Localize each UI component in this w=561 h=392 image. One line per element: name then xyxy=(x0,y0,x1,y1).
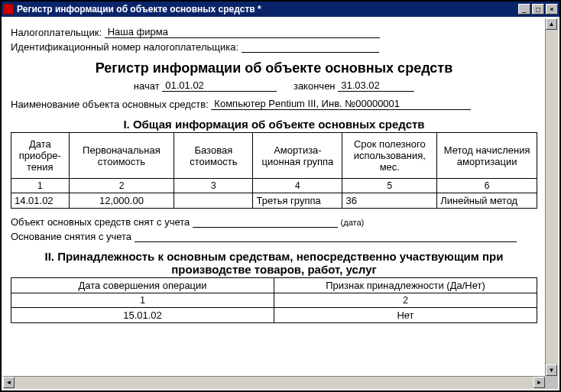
deregister-hint: (дата) xyxy=(341,218,365,227)
s1-n6: 6 xyxy=(437,179,537,193)
client-area: Налогоплательщик: Наша фирма Идентификац… xyxy=(3,18,558,389)
s2-n2: 2 xyxy=(274,293,537,308)
s1-h2: Первоначальная стоимость xyxy=(69,133,174,179)
s1-d4[interactable]: Третья группа xyxy=(253,193,342,209)
app-window: Регистр информации об объекте основных с… xyxy=(0,0,561,392)
asset-name-row: Наименование объекта основных средств: К… xyxy=(11,98,537,110)
maximize-button[interactable]: □ xyxy=(532,4,544,15)
taxpayer-id-label: Идентификационный номер налогоплательщик… xyxy=(11,41,238,53)
titlebar: Регистр информации об объекте основных с… xyxy=(2,2,559,17)
horizontal-scrollbar[interactable]: ◄ ► xyxy=(3,376,545,389)
section2-title: II. Принадлежность к основным средствам,… xyxy=(11,250,537,276)
scroll-up-button[interactable]: ▲ xyxy=(546,18,557,30)
scroll-corner xyxy=(545,376,558,389)
scroll-left-button[interactable]: ◄ xyxy=(3,377,15,388)
s1-n4: 4 xyxy=(253,179,342,193)
scroll-down-button[interactable]: ▼ xyxy=(546,364,557,376)
deregister-label: Объект основных средств снят с учета xyxy=(11,216,190,228)
deregister-row: Объект основных средств снят с учета (да… xyxy=(11,216,537,228)
basis-value[interactable] xyxy=(135,232,517,242)
asset-name-value[interactable]: Компьютер Pentium III, Инв. №00000001 xyxy=(211,98,471,110)
s1-n1: 1 xyxy=(11,179,70,193)
asset-name-label: Наименование объекта основных средств: xyxy=(11,99,209,110)
minimize-button[interactable]: _ xyxy=(518,4,530,15)
s2-d2[interactable]: Нет xyxy=(274,308,537,323)
section2-table: Дата совершения операции Признак принадл… xyxy=(11,277,537,323)
s1-n2: 2 xyxy=(69,179,174,193)
section1-title: I. Общая информация об объекте основных … xyxy=(11,118,537,131)
s1-h4: Амортиза-ционная группа xyxy=(253,133,342,179)
s1-n5: 5 xyxy=(342,179,437,193)
window-title: Регистр информации об объекте основных с… xyxy=(17,4,517,15)
basis-label: Основание снятия с учета xyxy=(11,231,131,242)
s1-h5: Срок полезного использования, мес. xyxy=(342,133,437,179)
vertical-scrollbar[interactable]: ▲ ▼ xyxy=(545,18,558,376)
s2-n1: 1 xyxy=(11,293,274,308)
s1-h1: Дата приобре-тения xyxy=(11,133,70,179)
page-title: Регистр информации об объекте основных с… xyxy=(11,60,537,76)
ended-value[interactable]: 31.03.02 xyxy=(338,79,414,92)
taxpayer-label: Налогоплательщик: xyxy=(11,27,102,38)
s1-d3[interactable] xyxy=(174,193,253,209)
s2-h1: Дата совершения операции xyxy=(11,278,274,293)
s1-n3: 3 xyxy=(174,179,253,193)
dates-row: начат 01.01.02 закончен 31.03.02 xyxy=(11,79,537,92)
ended-label: закончен xyxy=(293,80,336,92)
scroll-right-button[interactable]: ► xyxy=(533,377,545,388)
s2-d1[interactable]: 15.01.02 xyxy=(11,308,274,323)
started-label: начат xyxy=(134,80,160,92)
deregister-value[interactable] xyxy=(193,217,338,228)
s2-h2: Признак принадлежности (Да/Нет) xyxy=(274,278,537,293)
started-value[interactable]: 01.01.02 xyxy=(162,79,277,92)
taxpayer-row: Налогоплательщик: Наша фирма xyxy=(11,26,537,38)
close-button[interactable]: × xyxy=(546,4,558,15)
s1-d1[interactable]: 14.01.02 xyxy=(11,193,70,209)
taxpayer-id-row: Идентификационный номер налогоплательщик… xyxy=(11,41,537,53)
taxpayer-value[interactable]: Наша фирма xyxy=(105,26,380,38)
basis-row: Основание снятия с учета xyxy=(11,231,537,242)
s1-d6[interactable]: Линейный метод xyxy=(437,193,537,209)
taxpayer-id-value[interactable] xyxy=(242,42,379,53)
app-icon xyxy=(3,4,14,15)
s1-h6: Метод начисления амортизации xyxy=(437,133,537,179)
s1-d5[interactable]: 36 xyxy=(342,193,437,209)
document-page: Налогоплательщик: Наша фирма Идентификац… xyxy=(3,18,545,376)
s1-h3: Базовая стоимость xyxy=(174,133,253,179)
s1-d2[interactable]: 12,000.00 xyxy=(69,193,174,209)
section1-table: Дата приобре-тения Первоначальная стоимо… xyxy=(11,132,537,209)
